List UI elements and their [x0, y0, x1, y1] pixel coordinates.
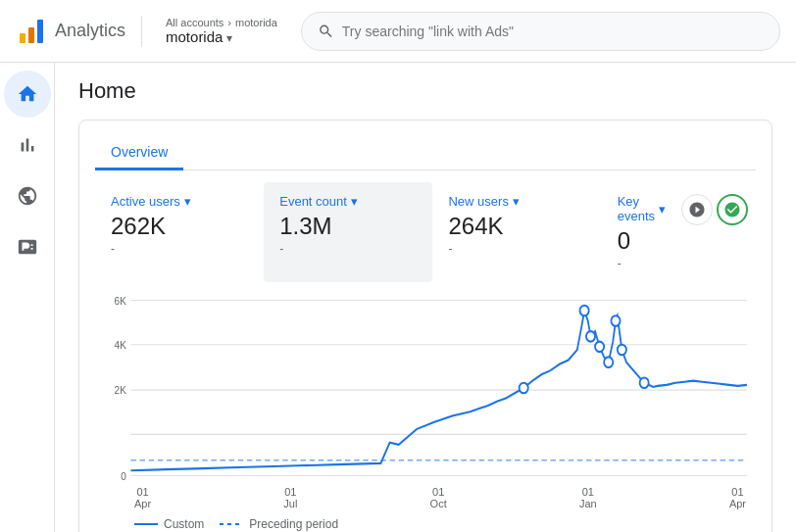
advertising-icon — [17, 236, 38, 258]
app-title: Analytics — [55, 21, 125, 41]
metric-key-events-label: Key events ▾ — [618, 194, 666, 223]
x-label-oct-1: 01 Oct — [430, 486, 447, 509]
svg-text:4K: 4K — [115, 338, 127, 351]
check-circle-icon — [723, 201, 741, 218]
analytics-logo-icon — [16, 16, 47, 47]
chart-action-icons — [681, 182, 756, 225]
tab-overview[interactable]: Overview — [95, 136, 183, 170]
verified-icon-button[interactable] — [717, 194, 748, 225]
svg-rect-0 — [20, 33, 25, 43]
legend-custom: Custom — [134, 517, 204, 531]
metric-active-users-label: Active users ▾ — [111, 194, 248, 209]
benchmark-icon-button[interactable] — [681, 194, 713, 225]
metric-key-events-value: 0 — [618, 227, 666, 255]
metric-dropdown-icon: ▾ — [184, 194, 191, 209]
metric-event-count[interactable]: Event count ▾ 1.3M - — [264, 182, 432, 282]
svg-rect-2 — [37, 20, 43, 43]
search-icon — [318, 23, 334, 40]
metric-active-users[interactable]: Active users ▾ 262K - — [95, 182, 264, 282]
metric-new-users[interactable]: New users ▾ 264K - — [432, 182, 601, 282]
sidebar — [0, 63, 55, 532]
page-title: Home — [78, 78, 772, 104]
svg-point-18 — [618, 345, 626, 356]
search-bar[interactable] — [301, 12, 780, 51]
svg-rect-1 — [28, 27, 34, 43]
metric-new-users-value: 264K — [448, 213, 585, 240]
top-bar: Analytics All accounts › motorida motori… — [0, 0, 796, 63]
explore-icon — [17, 185, 38, 207]
metrics-row: Active users ▾ 262K - Event count ▾ 1.3M… — [95, 182, 756, 282]
metric-key-events-dropdown-icon: ▾ — [659, 202, 666, 217]
sidebar-item-advertising[interactable] — [4, 223, 51, 270]
x-label-apr-2: 01 Apr — [729, 486, 746, 509]
tabs-row: Overview — [95, 136, 756, 170]
breadcrumb-parent: All accounts › motorida — [166, 17, 277, 28]
legend-custom-line — [134, 523, 158, 525]
sidebar-item-home[interactable] — [4, 71, 51, 118]
analytics-card: Overview Active users ▾ 262K - Eve — [78, 120, 772, 532]
metric-new-users-change: - — [448, 242, 585, 256]
sidebar-item-reports[interactable] — [4, 121, 51, 169]
metric-key-events-wrapper: Key events ▾ 0 - — [602, 182, 756, 282]
metric-event-dropdown-icon: ▾ — [351, 194, 358, 209]
metric-active-users-change: - — [111, 242, 248, 256]
x-label-jul-1: 01 Jul — [283, 486, 297, 509]
breadcrumb: All accounts › motorida motorida — [158, 17, 285, 45]
metric-key-events[interactable]: Key events ▾ 0 - — [602, 182, 681, 282]
legend-preceding: Preceding period — [220, 517, 338, 531]
svg-point-14 — [586, 331, 595, 342]
benchmark-icon — [688, 201, 706, 218]
svg-point-17 — [611, 315, 620, 326]
logo-area: Analytics — [16, 16, 142, 47]
metric-active-users-value: 262K — [111, 213, 248, 240]
x-axis-labels: 01 Apr 01 Jul 01 Oct 01 Jan 01 Apr — [95, 486, 746, 509]
x-label-jan-1: 01 Jan — [579, 486, 597, 509]
metric-new-users-label: New users ▾ — [448, 194, 585, 209]
main-content: Home Overview Active users ▾ 262K - — [55, 63, 796, 532]
metric-event-count-label: Event count ▾ — [279, 194, 417, 209]
account-selector[interactable]: motorida — [166, 28, 277, 45]
svg-text:6K: 6K — [115, 294, 127, 307]
metric-key-events-change: - — [618, 257, 666, 270]
chart-area: 6K 4K 2K 0 — [95, 290, 756, 486]
legend-preceding-label: Preceding period — [249, 517, 338, 531]
svg-text:2K: 2K — [115, 384, 127, 397]
metric-event-count-value: 1.3M — [279, 213, 417, 240]
metric-new-users-dropdown-icon: ▾ — [513, 194, 520, 209]
account-dropdown-icon — [226, 28, 232, 45]
svg-point-19 — [640, 377, 649, 388]
svg-point-16 — [604, 357, 613, 367]
svg-point-15 — [595, 342, 604, 353]
svg-text:0: 0 — [121, 469, 126, 482]
metric-event-count-change: - — [279, 242, 417, 256]
legend-custom-label: Custom — [164, 517, 204, 531]
reports-icon — [17, 134, 38, 156]
sidebar-item-explore[interactable] — [4, 172, 51, 219]
x-label-apr-1: 01 Apr — [134, 486, 151, 509]
home-icon — [17, 83, 38, 105]
chart-legend: Custom Preceding period — [95, 509, 756, 532]
legend-preceding-line — [220, 523, 243, 525]
line-chart: 6K 4K 2K 0 — [95, 290, 756, 486]
svg-point-12 — [580, 306, 589, 316]
main-layout: Home Overview Active users ▾ 262K - — [0, 63, 796, 532]
search-input[interactable] — [342, 24, 764, 39]
svg-point-13 — [520, 383, 528, 394]
